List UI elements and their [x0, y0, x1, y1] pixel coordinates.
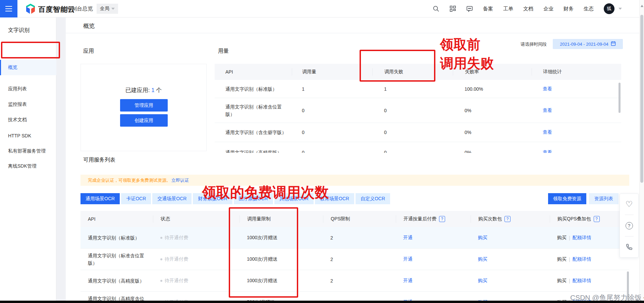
nav-link-3[interactable]: 文档: [523, 6, 533, 12]
service-col-header-5: 开通按量后付费?: [396, 215, 471, 223]
service-quota-cell: 1000次/月赠送: [239, 235, 323, 241]
sidebar-item-6[interactable]: 私有部署服务管理: [0, 143, 56, 159]
buy-qps-label[interactable]: 购买: [557, 256, 567, 262]
services-heading: 可用服务列表: [83, 157, 115, 164]
scrollbar-thumb[interactable]: [640, 15, 643, 183]
quota-detail-link[interactable]: 配额详情: [573, 256, 591, 262]
usage-cell: 0: [372, 150, 453, 153]
tab-1[interactable]: 通用场景OCR: [80, 193, 120, 204]
nav-link-6[interactable]: 生态: [584, 6, 594, 12]
usage-cell: 0: [372, 130, 453, 135]
sidebar-item-7[interactable]: 离线SDK管理: [0, 159, 56, 174]
built-apps-prefix: 已建应用:: [125, 87, 151, 93]
scroll-up-arrow-icon[interactable]: [641, 5, 643, 7]
manage-app-button[interactable]: 管理应用: [120, 99, 168, 112]
usage-api-name: 通用文字识别（含生僻字版）: [225, 129, 287, 136]
help-question-icon[interactable]: ?: [620, 215, 638, 236]
separator: |: [569, 257, 570, 262]
phone-contact-icon[interactable]: [620, 236, 638, 257]
service-buy-cell: 购买: [471, 278, 550, 284]
sidebar-item-2[interactable]: 应用列表: [0, 81, 56, 97]
service-table-row: 通用文字识别（标准版）待开通付费1000次/月赠送2开通购买购买|配额详情: [80, 227, 629, 249]
favorite-heart-icon[interactable]: ♡: [620, 194, 638, 215]
usage-cell: 0%: [453, 108, 532, 113]
tab-3[interactable]: 交通场景OCR: [152, 193, 192, 204]
avatar[interactable]: 狐: [604, 3, 614, 14]
top-navbar: 百度智能云 控制台总览 全局: [0, 0, 644, 17]
buy-pack-link[interactable]: 购买: [478, 278, 487, 284]
built-apps-text: 已建应用: 1 个: [81, 86, 206, 94]
usage-cell: 通用文字识别（标准版）: [215, 85, 292, 93]
console-page: 百度智能云 控制台总览 全局: [0, 0, 644, 303]
claim-free-resources-button[interactable]: 领取免费资源: [548, 193, 586, 204]
open-billing-link[interactable]: 开通: [403, 235, 413, 241]
service-qps-buy-cell: 购买|配额详情: [550, 278, 629, 284]
nav-link-4[interactable]: 企业: [543, 6, 553, 12]
tab-7[interactable]: 教育场景OCR: [315, 193, 354, 204]
service-qps-buy-cell: 购买|配额详情: [550, 256, 629, 262]
service-col-label: 购买QPS叠加包: [557, 216, 591, 222]
service-tabs: 通用场景OCR卡证OCR交通场景OCR财务票据OCR医疗票据OCR其他场景OCR…: [80, 193, 390, 204]
sidebar-item-1[interactable]: 概览: [0, 60, 56, 75]
view-details-link[interactable]: 查看: [543, 107, 552, 114]
usage-col-header-4: 失败率: [453, 68, 532, 76]
hamburger-menu-icon[interactable]: [0, 0, 17, 17]
open-billing-link[interactable]: 开通: [403, 278, 413, 284]
console-overview-link[interactable]: 控制台总览: [66, 5, 93, 12]
usage-cell: 0: [292, 150, 372, 153]
service-table-body: 通用文字识别（标准版）待开通付费1000次/月赠送2开通购买购买|配额详情通用文…: [80, 227, 629, 301]
usage-col-header-3: 调用失败: [372, 68, 453, 76]
buy-pack-link[interactable]: 购买: [478, 256, 487, 262]
tab-2[interactable]: 卡证OCR: [121, 193, 151, 204]
usage-cell: 0%: [453, 130, 532, 135]
service-col-label: API: [88, 216, 96, 222]
buy-pack-link[interactable]: 购买: [478, 235, 487, 241]
usage-table-header: API调用量调用失败失败率详细统计: [215, 64, 621, 80]
search-icon[interactable]: [433, 5, 439, 12]
buy-qps-label[interactable]: 购买: [557, 278, 567, 284]
service-api-name: 通用文字识别（标准版）: [88, 234, 146, 242]
view-details-link[interactable]: 查看: [543, 149, 552, 153]
page-scrollbar[interactable]: [639, 0, 644, 303]
service-col-header-3: 调用量限制: [239, 215, 323, 223]
usage-table-scrollbar[interactable]: [619, 83, 621, 113]
sidebar-item-5[interactable]: HTTP SDK: [0, 128, 56, 143]
region-selector[interactable]: 全局: [97, 4, 118, 14]
buy-qps-label[interactable]: 购买: [557, 235, 567, 241]
tab-6[interactable]: 其他场景OCR: [274, 193, 314, 204]
notice-text: 完成企业认证，可领取更多免费测试资源。: [88, 177, 171, 183]
message-icon[interactable]: [466, 5, 473, 12]
certify-now-link[interactable]: 立即认证: [171, 177, 189, 183]
tab-4[interactable]: 财务票据OCR: [193, 193, 232, 204]
usage-table-row: 通用文字识别（标准版）11100.00%查看: [215, 80, 621, 98]
create-app-button[interactable]: 创建应用: [120, 114, 168, 127]
quota-detail-link[interactable]: 配额详情: [573, 278, 591, 284]
help-icon[interactable]: ?: [504, 216, 511, 222]
service-col-label: 调用量限制: [247, 216, 271, 222]
service-table-row: 通用文字识别（高精度含位置版）待开通付费500次/月赠送2开通购买购买|配额详情: [80, 292, 629, 301]
avatar-chevron-icon[interactable]: [619, 8, 622, 10]
sidebar-item-3[interactable]: 监控报表: [0, 97, 56, 112]
usage-cell: 0: [292, 130, 372, 135]
quota-detail-link[interactable]: 配额详情: [573, 235, 591, 241]
tab-5[interactable]: 医疗票据OCR: [234, 193, 273, 204]
tab-8[interactable]: 自定义OCR: [356, 193, 390, 204]
view-details-link[interactable]: 查看: [543, 86, 552, 92]
view-details-link[interactable]: 查看: [543, 129, 552, 135]
usage-table-row: 通用文字识别（含生僻字版）000%查看: [215, 123, 621, 142]
date-range-picker[interactable]: 2021-09-04 - 2021-09-04: [553, 39, 623, 49]
resource-list-button[interactable]: 资源列表: [589, 193, 619, 204]
service-table-header: API状态调用量限制QPS限制开通按量后付费?购买次数包?购买QPS叠加包?: [80, 211, 629, 227]
open-billing-link[interactable]: 开通: [403, 256, 413, 262]
sidebar-item-4[interactable]: 技术文档: [0, 112, 56, 128]
nav-link-1[interactable]: 备案: [483, 6, 493, 12]
help-icon[interactable]: ?: [594, 216, 600, 222]
help-icon[interactable]: ?: [439, 216, 445, 222]
nav-link-2[interactable]: 工单: [503, 6, 513, 12]
service-status-cell: 待开通付费: [153, 235, 239, 241]
status-badge: 待开通付费: [165, 278, 188, 284]
products-grid-icon[interactable]: [449, 5, 456, 12]
region-label: 全局: [100, 6, 109, 12]
nav-link-5[interactable]: 财务: [564, 6, 574, 12]
status-dot-icon: [160, 280, 162, 282]
